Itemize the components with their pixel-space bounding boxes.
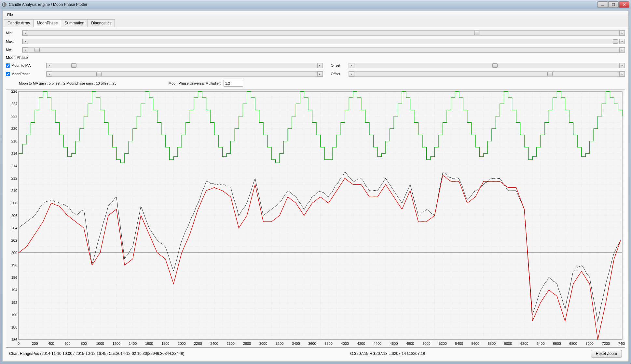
- slider-right-arrow[interactable]: ▸: [619, 63, 625, 68]
- svg-text:2600: 2600: [227, 342, 235, 345]
- slider-right-arrow[interactable]: ▸: [619, 47, 625, 52]
- svg-text:5800: 5800: [488, 342, 496, 345]
- reset-zoom-button[interactable]: Reset Zoom: [591, 350, 622, 357]
- multiplier-label: Moon Phase Universal Multiplier:: [169, 81, 221, 85]
- svg-text:200: 200: [32, 342, 38, 345]
- max-thumb[interactable]: [613, 39, 618, 44]
- chart-svg: 1861881901921941961982002022042062082102…: [6, 89, 625, 347]
- svg-text:800: 800: [81, 342, 87, 345]
- footer-ohlc-text: O:$207.15 H:$207.18 L:$207.14 C:$207.18: [350, 351, 425, 356]
- tab-moonphase[interactable]: MoonPhase: [33, 19, 61, 27]
- moonphase-offset-slider[interactable]: ◂ ▸: [349, 71, 625, 77]
- slider-right-arrow[interactable]: ▸: [317, 72, 323, 76]
- svg-text:224: 224: [11, 102, 17, 106]
- svg-text:4200: 4200: [357, 342, 365, 345]
- slider-right-arrow[interactable]: ▸: [619, 31, 625, 35]
- moonphase-offset-thumb[interactable]: [547, 72, 553, 76]
- svg-text:5200: 5200: [439, 342, 446, 345]
- svg-text:2000: 2000: [178, 342, 185, 345]
- close-button[interactable]: [619, 1, 629, 8]
- svg-text:5600: 5600: [472, 342, 479, 345]
- min-thumb[interactable]: [474, 31, 479, 35]
- svg-text:6200: 6200: [520, 342, 528, 345]
- min-label: Min:: [6, 31, 22, 35]
- svg-text:212: 212: [11, 176, 17, 180]
- menubar: File: [3, 11, 628, 18]
- slider-left-arrow[interactable]: ◂: [22, 47, 28, 52]
- slider-right-arrow[interactable]: ▸: [619, 39, 625, 44]
- moon-to-ma-slider[interactable]: ◂ ▸: [46, 63, 323, 68]
- svg-text:186: 186: [11, 338, 17, 342]
- tab-candle-array[interactable]: Candle Array: [4, 19, 34, 27]
- minimize-button[interactable]: [597, 1, 608, 8]
- moonphase-slider[interactable]: ◂ ▸: [46, 71, 323, 77]
- svg-text:1200: 1200: [113, 342, 120, 345]
- multiplier-input[interactable]: [224, 80, 243, 87]
- window-title: Candle Analysis Engine / Moon Phase Plot…: [9, 2, 597, 7]
- svg-text:6000: 6000: [504, 342, 512, 345]
- chart-area[interactable]: 1861881901921941961982002022042062082102…: [6, 89, 625, 348]
- svg-text:218: 218: [11, 139, 17, 143]
- svg-text:7200: 7200: [602, 342, 610, 345]
- tab-diagnostics[interactable]: Diagnostics: [88, 19, 115, 27]
- moonphase-thumb[interactable]: [96, 72, 102, 76]
- svg-text:204: 204: [11, 226, 17, 230]
- moonphase-label: MoonPhase: [11, 72, 31, 76]
- svg-text:2800: 2800: [243, 342, 251, 345]
- tab-summation[interactable]: Summation: [61, 19, 88, 27]
- svg-text:3200: 3200: [276, 342, 283, 345]
- menu-file[interactable]: File: [5, 12, 16, 17]
- ma-slider[interactable]: ◂ ▸: [22, 47, 625, 53]
- svg-text:192: 192: [11, 301, 17, 304]
- svg-text:7000: 7000: [585, 342, 593, 345]
- svg-text:200: 200: [11, 251, 17, 255]
- svg-text:210: 210: [11, 189, 17, 193]
- svg-text:206: 206: [11, 214, 17, 218]
- svg-text:220: 220: [11, 127, 17, 130]
- svg-text:4600: 4600: [390, 342, 398, 345]
- svg-text:208: 208: [11, 201, 17, 205]
- svg-text:1800: 1800: [161, 342, 169, 345]
- slider-left-arrow[interactable]: ◂: [47, 63, 52, 68]
- svg-text:0: 0: [18, 342, 20, 345]
- slider-right-arrow[interactable]: ▸: [317, 63, 323, 68]
- svg-text:6400: 6400: [537, 342, 544, 345]
- svg-text:7400: 7400: [618, 342, 625, 345]
- ma-thumb[interactable]: [34, 48, 40, 52]
- slider-left-arrow[interactable]: ◂: [22, 39, 28, 44]
- ma-label: MA:: [6, 48, 22, 52]
- svg-text:214: 214: [11, 164, 17, 168]
- tab-strip: Candle Array MoonPhase Summation Diagnos…: [3, 18, 628, 27]
- svg-text:194: 194: [11, 288, 17, 292]
- slider-left-arrow[interactable]: ◂: [349, 63, 354, 68]
- svg-text:2400: 2400: [210, 342, 218, 345]
- maximize-button[interactable]: [608, 1, 619, 8]
- moon-to-ma-thumb[interactable]: [71, 63, 76, 68]
- slider-left-arrow[interactable]: ◂: [22, 31, 28, 35]
- svg-rect-2: [612, 3, 615, 6]
- moon-to-ma-offset-slider[interactable]: ◂ ▸: [349, 63, 625, 68]
- tab-content: Min: ◂ ▸ Max: ◂ ▸ MA: ◂: [3, 27, 628, 361]
- slider-left-arrow[interactable]: ◂: [349, 72, 354, 76]
- moon-to-ma-offset-thumb[interactable]: [492, 63, 498, 68]
- min-slider[interactable]: ◂ ▸: [22, 30, 625, 36]
- footer-range-text: Chart Range/Pos (2014-11-10 10:00 / 2015…: [9, 351, 184, 356]
- svg-text:3800: 3800: [324, 342, 332, 345]
- slider-right-arrow[interactable]: ▸: [619, 72, 625, 76]
- svg-text:198: 198: [11, 263, 17, 267]
- svg-text:5000: 5000: [422, 342, 430, 345]
- max-slider[interactable]: ◂ ▸: [22, 39, 625, 44]
- svg-text:216: 216: [11, 152, 17, 155]
- moonphase-checkbox[interactable]: [6, 72, 10, 76]
- svg-text:4800: 4800: [406, 342, 414, 345]
- svg-text:5400: 5400: [455, 342, 463, 345]
- svg-text:3600: 3600: [308, 342, 316, 345]
- slider-left-arrow[interactable]: ◂: [47, 72, 52, 76]
- svg-text:190: 190: [11, 313, 17, 317]
- svg-text:202: 202: [11, 238, 17, 242]
- svg-text:1600: 1600: [145, 342, 153, 345]
- svg-text:600: 600: [64, 342, 70, 345]
- svg-text:6600: 6600: [553, 342, 561, 345]
- moon-to-ma-checkbox[interactable]: [6, 63, 10, 68]
- max-label: Max:: [6, 39, 22, 43]
